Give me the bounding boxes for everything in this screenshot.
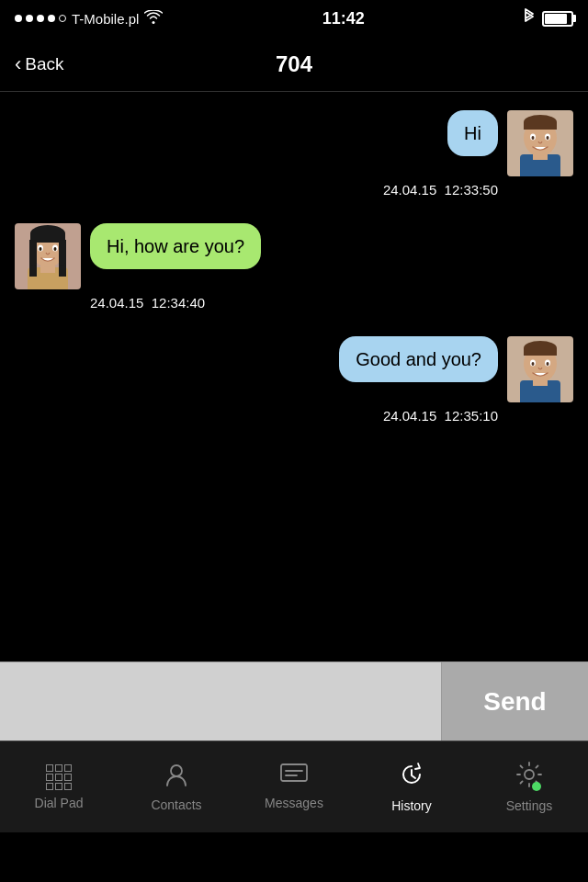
timestamp-1: 24.04.15 12:33:50 xyxy=(379,182,573,198)
tab-item-settings[interactable]: Settings xyxy=(470,741,588,832)
bubble-2: Hi, how are you? xyxy=(90,223,261,269)
dot-3 xyxy=(37,15,44,22)
back-label: Back xyxy=(25,54,63,74)
bubble-row-1: Hi xyxy=(447,110,573,176)
bubble-3: Good and you? xyxy=(339,336,498,382)
settings-icon xyxy=(515,761,543,793)
status-time: 11:42 xyxy=(322,9,365,28)
tab-item-history[interactable]: History xyxy=(353,741,470,832)
tab-label-contacts: Contacts xyxy=(151,797,201,812)
nav-title: 704 xyxy=(276,51,312,77)
svg-point-22 xyxy=(40,247,42,251)
tab-item-messages[interactable]: Messages xyxy=(235,741,353,832)
svg-point-23 xyxy=(54,247,57,251)
send-button[interactable]: Send xyxy=(441,662,588,741)
status-bar: T-Mobile.pl 11:42 xyxy=(0,0,588,37)
status-right xyxy=(524,8,573,28)
svg-point-33 xyxy=(547,362,549,366)
nav-bar: ‹ Back 704 xyxy=(0,37,588,92)
status-left: T-Mobile.pl xyxy=(15,10,163,28)
dot-5 xyxy=(59,15,66,22)
back-button[interactable]: ‹ Back xyxy=(15,52,64,76)
svg-point-36 xyxy=(525,770,534,779)
avatar-male-3 xyxy=(507,336,573,402)
input-field-wrap xyxy=(0,662,441,741)
dot-2 xyxy=(26,15,33,22)
tab-bar: Dial Pad Contacts Messages xyxy=(0,741,588,832)
input-area: Send xyxy=(0,662,588,741)
settings-active-dot xyxy=(532,782,541,791)
tab-label-dial-pad: Dial Pad xyxy=(35,796,84,810)
timestamp-3: 24.04.15 12:35:10 xyxy=(379,408,573,424)
message-group-2: Hi, how are you? 24.04.15 12:34:40 xyxy=(15,223,573,311)
bubble-row-2: Hi, how are you? xyxy=(15,223,261,289)
svg-point-9 xyxy=(547,136,549,140)
tab-item-contacts[interactable]: Contacts xyxy=(118,741,235,832)
message-input[interactable] xyxy=(15,692,426,711)
bluetooth-icon xyxy=(524,8,535,28)
avatar-male-1 xyxy=(507,110,573,176)
message-group-3: Good and you? 24.04.15 12:35:10 xyxy=(15,336,573,424)
svg-point-34 xyxy=(171,765,182,776)
contacts-icon xyxy=(164,762,189,792)
message-group-1: Hi 24.04.15 12:33:50 xyxy=(15,110,573,198)
tab-item-dial-pad[interactable]: Dial Pad xyxy=(0,741,118,832)
svg-point-32 xyxy=(532,362,535,366)
wifi-icon xyxy=(144,10,163,28)
svg-rect-19 xyxy=(59,240,65,266)
dot-4 xyxy=(48,15,55,22)
chat-area: Hi 24.04.15 12:33:50 xyxy=(0,92,588,662)
timestamp-2: 24.04.15 12:34:40 xyxy=(15,295,209,311)
dial-pad-icon xyxy=(46,764,72,790)
tab-label-messages: Messages xyxy=(265,796,323,810)
messages-icon xyxy=(280,763,308,790)
svg-rect-29 xyxy=(524,348,557,356)
carrier-label: T-Mobile.pl xyxy=(72,11,139,27)
battery-icon xyxy=(542,11,573,27)
avatar-female-2 xyxy=(15,223,81,289)
battery-fill xyxy=(545,14,567,24)
svg-rect-5 xyxy=(524,122,557,130)
signal-dots xyxy=(15,15,66,22)
back-chevron-icon: ‹ xyxy=(15,52,21,76)
tab-label-history: History xyxy=(391,798,432,813)
bubble-1: Hi xyxy=(447,110,498,156)
svg-point-8 xyxy=(532,136,535,140)
tab-label-settings: Settings xyxy=(506,798,553,813)
dot-1 xyxy=(15,15,22,22)
svg-rect-35 xyxy=(281,764,307,781)
svg-rect-18 xyxy=(30,240,37,266)
bubble-row-3: Good and you? xyxy=(339,336,573,402)
history-icon xyxy=(398,761,425,793)
